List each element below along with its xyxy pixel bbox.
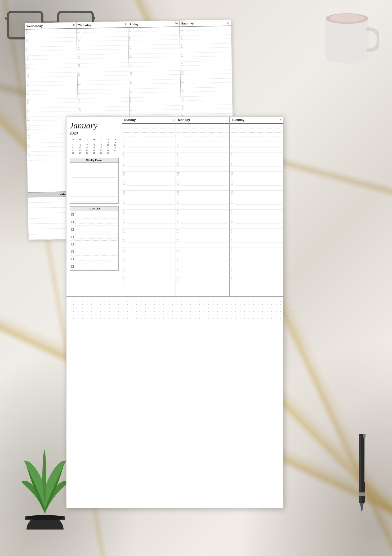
cal-day[interactable]: 30 — [98, 152, 105, 154]
back-time-slot[interactable]: 8am — [128, 36, 180, 45]
time-slot[interactable]: 10am — [176, 172, 229, 181]
back-time-slot[interactable]: 10am — [25, 55, 77, 64]
back-time-slot[interactable]: 1pm — [129, 79, 180, 89]
back-time-slot[interactable]: 4pm — [181, 105, 233, 114]
time-slot[interactable]: 9pm — [176, 276, 229, 286]
todo-item[interactable] — [70, 255, 118, 263]
cal-day[interactable]: 7 — [84, 144, 91, 146]
back-time-slot[interactable]: 9am — [25, 46, 77, 56]
back-time-slot[interactable]: 12pm — [180, 70, 232, 79]
back-time-slot[interactable]: 2pm — [26, 90, 77, 99]
time-slot[interactable]: 5pm — [176, 238, 229, 248]
back-time-slot[interactable]: 2pm — [129, 88, 181, 98]
todo-item[interactable] — [70, 263, 118, 270]
cal-day[interactable]: 28 — [84, 152, 91, 154]
time-slot[interactable]: 11am — [176, 181, 229, 191]
back-time-slot[interactable]: 11am — [77, 63, 128, 72]
back-time-slot[interactable]: 12pm — [26, 72, 77, 82]
time-slot[interactable]: 3pm — [122, 219, 176, 229]
time-slot[interactable]: 1pm — [230, 200, 283, 210]
back-time-slot[interactable]: 10am — [129, 53, 180, 63]
time-slot[interactable]: 8pm — [122, 267, 176, 276]
cal-day[interactable]: 3 — [105, 141, 112, 144]
todo-checkbox[interactable] — [71, 213, 74, 216]
time-slot[interactable]: 1pm — [122, 200, 176, 210]
todo-checkbox[interactable] — [71, 250, 74, 253]
cal-day[interactable]: 8 — [91, 144, 98, 146]
cal-day[interactable]: 26 — [70, 152, 77, 154]
time-slot[interactable]: 8am — [176, 153, 229, 162]
time-slot[interactable]: 8pm — [230, 267, 283, 276]
cal-day[interactable]: 19 — [70, 149, 77, 151]
back-time-slot[interactable]: 1pm — [26, 81, 77, 91]
time-slot[interactable]: 9am — [122, 162, 176, 172]
cal-day[interactable]: 12 — [70, 146, 77, 149]
time-slot[interactable]: 12pm — [122, 191, 176, 200]
time-slot[interactable]: 1pm — [176, 200, 229, 210]
back-time-slot[interactable]: 11am — [26, 64, 77, 73]
dotted-area[interactable] — [230, 124, 283, 143]
back-time-slot[interactable]: 3pm — [26, 98, 78, 108]
time-slot[interactable]: 6pm — [122, 248, 176, 257]
weekly-focus-content[interactable] — [70, 163, 118, 203]
dotted-area[interactable] — [122, 124, 176, 143]
time-slot[interactable]: 4pm — [230, 229, 283, 238]
cal-day[interactable]: 14 — [84, 146, 91, 149]
time-slot[interactable]: 5pm — [122, 238, 176, 248]
back-time-slot[interactable]: 1pm — [181, 78, 232, 88]
cal-day[interactable]: 21 — [84, 149, 91, 151]
todo-item[interactable] — [70, 218, 118, 226]
back-time-slot[interactable]: 1pm — [78, 80, 129, 90]
todo-checkbox[interactable] — [71, 243, 74, 245]
time-slot[interactable]: 5pm — [230, 238, 283, 248]
cal-day[interactable]: 11 — [112, 144, 119, 146]
back-time-slot[interactable]: 7am — [180, 26, 231, 35]
cal-day[interactable]: 2 — [98, 141, 105, 144]
back-time-slot[interactable]: 7am — [25, 29, 76, 38]
cal-day[interactable]: 1 — [91, 141, 98, 144]
back-time-slot[interactable]: 7am — [77, 28, 128, 37]
todo-item[interactable] — [70, 226, 118, 233]
time-slot[interactable]: 3pm — [176, 219, 229, 229]
cal-day[interactable]: 13 — [77, 146, 84, 149]
time-slot[interactable]: 2pm — [230, 210, 283, 219]
time-slot[interactable]: 7pm — [122, 257, 176, 267]
back-time-slot[interactable]: 10am — [180, 52, 231, 62]
time-slot[interactable]: 10am — [122, 172, 176, 181]
time-slot[interactable]: 7am — [122, 143, 176, 153]
back-time-slot[interactable]: 9am — [77, 45, 128, 55]
cal-day[interactable]: 4 — [112, 141, 119, 144]
cal-day[interactable]: 6 — [77, 144, 84, 146]
todo-item[interactable] — [70, 241, 118, 248]
time-slot[interactable]: 4pm — [176, 229, 229, 238]
todo-item[interactable] — [70, 233, 118, 241]
time-slot[interactable]: 11am — [122, 181, 176, 191]
todo-checkbox[interactable] — [71, 221, 74, 223]
back-time-slot[interactable]: 2pm — [78, 89, 129, 98]
time-slot[interactable]: 9pm — [122, 276, 176, 286]
dotted-area[interactable] — [176, 124, 229, 143]
time-slot[interactable]: 7am — [176, 143, 229, 153]
back-time-slot[interactable]: 8am — [180, 35, 231, 44]
time-slot[interactable]: 7am — [230, 143, 283, 153]
time-slot[interactable]: 2pm — [176, 210, 229, 219]
time-slot[interactable]: 7pm — [230, 257, 283, 267]
cal-day[interactable]: 29 — [91, 152, 98, 154]
cal-day[interactable]: 23 — [98, 149, 105, 151]
back-time-slot[interactable]: 3pm — [129, 97, 181, 106]
back-time-slot[interactable]: 10am — [77, 54, 128, 64]
time-slot[interactable]: 7pm — [176, 257, 229, 267]
time-slot[interactable]: 12pm — [176, 191, 229, 200]
notes-section[interactable] — [66, 297, 283, 339]
back-time-slot[interactable]: 3pm — [78, 98, 129, 107]
cal-day[interactable]: 20 — [77, 149, 84, 151]
cal-day[interactable]: 31 — [105, 152, 112, 154]
todo-item[interactable] — [70, 211, 118, 218]
time-slot[interactable]: 10am — [230, 172, 283, 181]
cal-day[interactable]: 5 — [70, 144, 77, 146]
back-time-slot[interactable]: 12pm — [77, 71, 129, 81]
cal-day[interactable]: 9 — [98, 144, 105, 146]
todo-checkbox[interactable] — [71, 265, 74, 268]
time-slot[interactable]: 8pm — [176, 267, 229, 276]
back-time-slot[interactable]: 12pm — [129, 71, 180, 80]
